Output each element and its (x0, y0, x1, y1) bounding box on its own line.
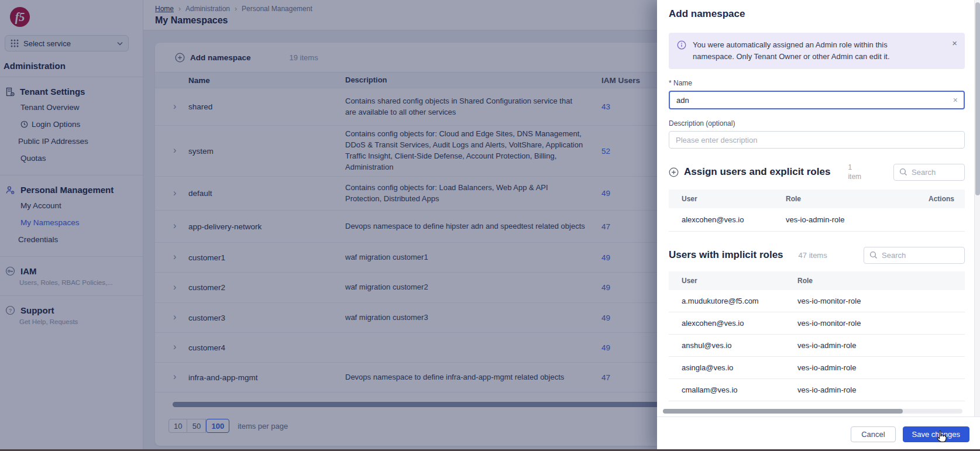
column-header-role: Role (786, 195, 925, 203)
info-alert: You were automatically assigned an Admin… (669, 33, 965, 69)
scrollbar-thumb[interactable] (975, 2, 980, 195)
explicit-items-count: 1 item (848, 163, 861, 181)
search-icon (899, 168, 907, 176)
explicit-search-input[interactable]: Search (893, 164, 965, 181)
app-root: f5 Select service Administration Tenant … (0, 0, 980, 451)
search-placeholder: Search (882, 251, 906, 260)
user-email: a.mudukutore@f5.com (669, 297, 797, 305)
clear-input-icon[interactable]: × (953, 95, 958, 105)
user-role: ves-io-admin-role (797, 363, 965, 372)
table-row: alexcohen@ves.io ves-io-monitor-role (669, 312, 965, 335)
table-row: asingla@ves.io ves-io-admin-role (669, 357, 965, 379)
cancel-button[interactable]: Cancel (851, 426, 895, 442)
drawer-footer: Cancel Save changes (657, 416, 980, 451)
explicit-roles-section-header: Assign users and explicit roles 1 item S… (669, 163, 965, 181)
section-title: Assign users and explicit roles (684, 166, 830, 178)
column-header-role: Role (797, 277, 965, 285)
description-field-label: Description (optional) (669, 119, 965, 128)
implicit-roles-section-header: Users with implicit roles 47 items Searc… (669, 247, 965, 264)
search-icon (869, 251, 878, 259)
drawer-title: Add namespace (669, 8, 965, 20)
table-row: anshul@ves.io ves-io-admin-role (669, 335, 965, 357)
name-field-label: * Name (669, 79, 965, 87)
user-email: asingla@ves.io (669, 363, 797, 372)
plus-circle-icon (669, 167, 679, 177)
table-header-row: User Role (669, 271, 965, 290)
table-row: cmallam@ves.io ves-io-admin-role (669, 379, 965, 401)
column-header-actions: Actions (925, 195, 965, 203)
table-row: alexcohen@ves.io ves-io-admin-role (669, 208, 965, 232)
user-email: alexcohen@ves.io (669, 319, 797, 328)
save-changes-button[interactable]: Save changes (903, 426, 969, 442)
user-role: ves-io-admin-role (786, 215, 925, 224)
column-header-user: User (669, 277, 797, 285)
description-placeholder: Please enter description (676, 136, 757, 144)
description-input[interactable]: Please enter description (669, 131, 965, 149)
section-title: Users with implicit roles (669, 249, 783, 261)
table-header-row: User Role Actions (669, 190, 965, 208)
table-row: a.mudukutore@f5.com ves-io-monitor-role (669, 290, 965, 312)
drawer-vertical-scrollbar[interactable] (974, 0, 980, 416)
close-icon[interactable]: × (952, 38, 957, 48)
user-role: ves-io-admin-role (797, 385, 965, 394)
user-email: alexcohen@ves.io (669, 215, 786, 224)
implicit-roles-table: User Role a.mudukutore@f5.com ves-io-mon… (669, 271, 965, 401)
scrollbar-thumb[interactable] (663, 409, 903, 414)
name-input[interactable]: adn × (669, 91, 965, 109)
implicit-search-input[interactable]: Search (864, 247, 965, 264)
user-role: ves-io-admin-role (797, 341, 965, 350)
add-namespace-drawer: Add namespace You were automatically ass… (657, 0, 980, 451)
user-email: anshul@ves.io (669, 341, 797, 350)
drawer-content: Add namespace You were automatically ass… (657, 0, 974, 416)
search-placeholder: Search (912, 168, 936, 177)
user-email: cmallam@ves.io (669, 385, 797, 394)
column-header-user: User (669, 195, 786, 203)
explicit-roles-table: User Role Actions alexcohen@ves.io ves-i… (669, 190, 965, 232)
info-alert-text: You were automatically assigned an Admin… (693, 39, 927, 63)
name-input-value: adn (676, 96, 689, 105)
assign-users-button[interactable]: Assign users and explicit roles (669, 166, 830, 178)
drawer-horizontal-scrollbar[interactable] (663, 409, 962, 414)
user-role: ves-io-monitor-role (797, 319, 965, 328)
implicit-items-count: 47 items (799, 251, 827, 260)
user-role: ves-io-monitor-role (797, 297, 965, 305)
info-icon (677, 40, 686, 63)
